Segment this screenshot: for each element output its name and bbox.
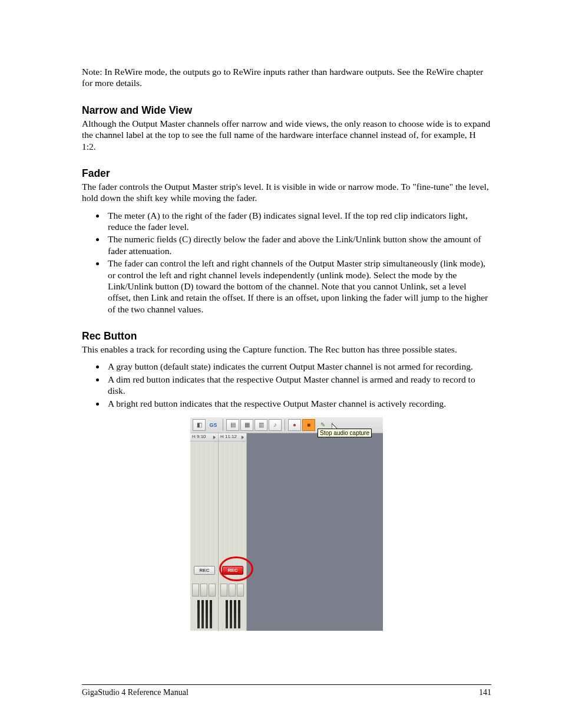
section-fader: Fader The fader controls the Output Mast…: [82, 167, 491, 315]
list-rec: A gray button (default state) indicates …: [82, 361, 491, 409]
list-item: A gray button (default state) indicates …: [105, 361, 491, 372]
meter: [234, 600, 236, 628]
list-item: The meter (A) to the right of the fader …: [105, 210, 491, 233]
page-number: 141: [479, 688, 491, 697]
meter: [226, 600, 228, 628]
view3-icon[interactable]: ▥: [254, 419, 267, 431]
screenshot-figure: ◧ GS ▤ ▦ ▥ ♪ ● ■ ✎ Stop audio capture H …: [190, 417, 383, 631]
channel-strip: REC: [190, 442, 219, 631]
channel-label[interactable]: H 11:12: [219, 433, 247, 442]
list-item: The numeric fields (C) directly below th…: [105, 233, 491, 256]
fader-slot[interactable]: [220, 584, 227, 597]
view1-icon[interactable]: ▤: [226, 419, 239, 431]
tooltip: Stop audio capture: [318, 429, 372, 437]
document-page: Note: In ReWire mode, the outputs go to …: [0, 0, 562, 728]
fader-slot[interactable]: [237, 584, 244, 597]
heading-narrow-wide: Narrow and Wide View: [82, 104, 491, 117]
rec-button[interactable]: REC: [194, 566, 215, 575]
gs-icon[interactable]: GS: [207, 419, 220, 431]
stop-capture-icon[interactable]: ■: [302, 419, 315, 431]
meter: [230, 600, 232, 628]
meter-group: [195, 598, 214, 631]
record-icon[interactable]: ●: [288, 419, 301, 431]
fader-block: [220, 584, 245, 597]
channel-strip: REC: [219, 442, 247, 631]
list-item: A bright red button indicates that the r…: [105, 398, 491, 409]
rec-button-armed[interactable]: REC: [222, 566, 243, 575]
fader-slot[interactable]: [200, 584, 207, 597]
view2-icon[interactable]: ▦: [240, 419, 253, 431]
list-fader: The meter (A) to the right of the fader …: [82, 210, 491, 315]
footer-title: GigaStudio 4 Reference Manual: [82, 688, 189, 697]
note-paragraph: Note: In ReWire mode, the outputs go to …: [82, 66, 491, 89]
meter: [210, 600, 212, 628]
list-item: A dim red button indicates that the resp…: [105, 374, 491, 397]
heading-fader: Fader: [82, 167, 491, 180]
heading-rec: Rec Button: [82, 330, 491, 342]
meter-group: [223, 598, 242, 631]
piano-icon[interactable]: ♪: [269, 419, 282, 431]
app-icon[interactable]: ◧: [193, 419, 206, 431]
page-footer: GigaStudio 4 Reference Manual 141: [82, 688, 491, 697]
section-rec: Rec Button This enables a track for reco…: [82, 330, 491, 409]
body-fader: The fader controls the Output Master str…: [82, 181, 491, 204]
toolbar-divider: [285, 419, 285, 431]
fader-block: [192, 584, 217, 597]
meter: [201, 600, 204, 628]
meter: [238, 600, 240, 628]
footer-rule: [82, 684, 491, 685]
list-item: The fader can control the left and right…: [105, 258, 491, 315]
meter: [206, 600, 208, 628]
toolbar-divider: [223, 419, 223, 431]
body-rec: This enables a track for recording using…: [82, 344, 491, 355]
section-narrow-wide: Narrow and Wide View Although the Output…: [82, 104, 491, 152]
body-narrow-wide: Although the Output Master channels offe…: [82, 118, 491, 152]
fader-slot[interactable]: [209, 584, 216, 597]
fader-slot[interactable]: [229, 584, 236, 597]
fader-slot[interactable]: [192, 584, 199, 597]
channel-label-row: H 9:10 H 11:12: [190, 433, 247, 442]
meter: [197, 600, 200, 628]
channel-label[interactable]: H 9:10: [190, 433, 219, 442]
